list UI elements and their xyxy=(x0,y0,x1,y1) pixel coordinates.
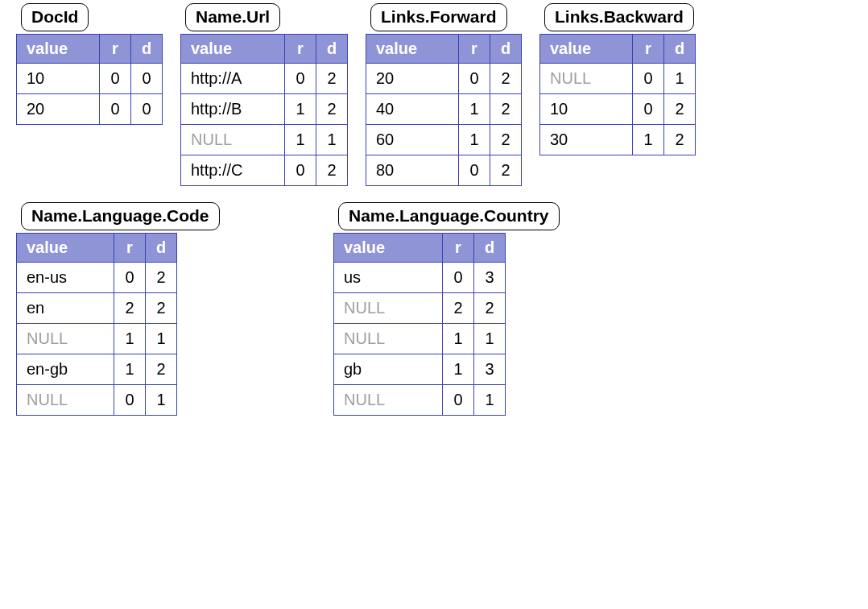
cell-value: 20 xyxy=(366,64,459,94)
cell-d: 2 xyxy=(146,263,177,293)
col-d: d xyxy=(490,35,522,64)
cell-value: gb xyxy=(334,354,443,385)
col-d: d xyxy=(316,35,348,64)
col-r: r xyxy=(443,234,474,263)
cell-d: 2 xyxy=(474,293,506,324)
table-row: 3012 xyxy=(540,125,696,155)
table-row: en-gb12 xyxy=(17,354,177,385)
cell-r: 1 xyxy=(114,324,146,354)
cell-r: 1 xyxy=(443,354,474,385)
table-row: NULL01 xyxy=(334,385,506,416)
col-d: d xyxy=(131,35,163,64)
cell-d: 2 xyxy=(146,293,177,324)
cell-value: 80 xyxy=(366,155,459,186)
col-value: value xyxy=(181,35,285,64)
cell-value: 30 xyxy=(540,125,633,155)
cell-r: 1 xyxy=(114,354,146,385)
col-r: r xyxy=(285,35,316,64)
table-row: 2002 xyxy=(366,64,522,94)
cell-r: 0 xyxy=(633,94,664,125)
col-d: d xyxy=(474,234,506,263)
table-row: NULL11 xyxy=(17,324,177,354)
col-value: value xyxy=(17,234,114,263)
table-row: 6012 xyxy=(366,125,522,155)
table-header-row: value r d xyxy=(17,35,163,64)
cell-value: http://A xyxy=(181,64,285,94)
cell-value: 40 xyxy=(366,94,459,125)
table-links-forward: value r d 2002401260128002 xyxy=(366,34,522,186)
cell-value: NULL xyxy=(334,293,443,324)
cell-d: 2 xyxy=(490,64,522,94)
table-row: NULL01 xyxy=(540,64,696,94)
cell-value: http://B xyxy=(181,94,285,125)
col-d: d xyxy=(664,35,696,64)
cell-d: 2 xyxy=(316,94,348,125)
cell-r: 0 xyxy=(633,64,664,94)
table-header-row: value r d xyxy=(334,234,506,263)
col-r: r xyxy=(459,35,490,64)
panel-title-links-backward: Links.Backward xyxy=(544,3,694,31)
table-row: en22 xyxy=(17,293,177,324)
table-links-backward: value r d NULL0110023012 xyxy=(539,34,696,155)
cell-r: 0 xyxy=(114,385,146,416)
col-r: r xyxy=(114,234,146,263)
col-d: d xyxy=(146,234,177,263)
cell-d: 2 xyxy=(664,94,696,125)
cell-d: 0 xyxy=(131,64,163,94)
cell-value: 20 xyxy=(17,94,100,125)
cell-r: 2 xyxy=(443,293,474,324)
cell-r: 0 xyxy=(100,64,131,94)
cell-value: NULL xyxy=(334,324,443,354)
panel-title-name-url: Name.Url xyxy=(185,3,280,31)
col-value: value xyxy=(366,35,459,64)
cell-r: 0 xyxy=(114,263,146,293)
cell-d: 2 xyxy=(316,64,348,94)
cell-r: 1 xyxy=(633,125,664,155)
panel-name-url: Name.Url value r d http://A02http://B12N… xyxy=(180,19,348,186)
cell-r: 0 xyxy=(443,263,474,293)
cell-value: 60 xyxy=(366,125,459,155)
panel-title-name-language-code: Name.Language.Code xyxy=(21,202,220,230)
panel-links-backward: Links.Backward value r d NULL0110023012 xyxy=(539,19,696,155)
cell-r: 1 xyxy=(459,94,490,125)
table-row: http://A02 xyxy=(181,64,348,94)
table-name-language-code: value r d en-us02en22NULL11en-gb12NULL01 xyxy=(16,233,177,416)
cell-r: 2 xyxy=(114,293,146,324)
table-row: 2000 xyxy=(17,94,163,125)
cell-d: 1 xyxy=(474,324,506,354)
cell-value: 10 xyxy=(17,64,100,94)
cell-d: 2 xyxy=(146,354,177,385)
cell-d: 2 xyxy=(490,155,522,186)
cell-d: 0 xyxy=(131,94,163,125)
cell-r: 0 xyxy=(285,64,316,94)
cell-value: http://C xyxy=(181,155,285,186)
table-row: 4012 xyxy=(366,94,522,125)
cell-value: NULL xyxy=(181,125,285,155)
table-row: http://B12 xyxy=(181,94,348,125)
col-r: r xyxy=(633,35,664,64)
cell-d: 2 xyxy=(490,94,522,125)
table-row: 1002 xyxy=(540,94,696,125)
table-row: NULL11 xyxy=(334,324,506,354)
panel-links-forward: Links.Forward value r d 2002401260128002 xyxy=(366,19,522,186)
cell-r: 1 xyxy=(285,94,316,125)
cell-d: 3 xyxy=(474,263,506,293)
cell-r: 1 xyxy=(443,324,474,354)
table-header-row: value r d xyxy=(17,234,177,263)
table-row: en-us02 xyxy=(17,263,177,293)
table-name-language-country: value r d us03NULL22NULL11gb13NULL01 xyxy=(333,233,506,416)
cell-r: 0 xyxy=(459,64,490,94)
table-name-url: value r d http://A02http://B12NULL11http… xyxy=(180,34,348,186)
col-r: r xyxy=(100,35,131,64)
cell-value: NULL xyxy=(334,385,443,416)
cell-r: 1 xyxy=(459,125,490,155)
table-header-row: value r d xyxy=(540,35,696,64)
table-row: NULL11 xyxy=(181,125,348,155)
panel-title-name-language-country: Name.Language.Country xyxy=(338,202,560,230)
table-row: 8002 xyxy=(366,155,522,186)
cell-value: en xyxy=(17,293,114,324)
cell-d: 2 xyxy=(490,125,522,155)
cell-r: 0 xyxy=(443,385,474,416)
table-header-row: value r d xyxy=(181,35,348,64)
col-value: value xyxy=(540,35,633,64)
